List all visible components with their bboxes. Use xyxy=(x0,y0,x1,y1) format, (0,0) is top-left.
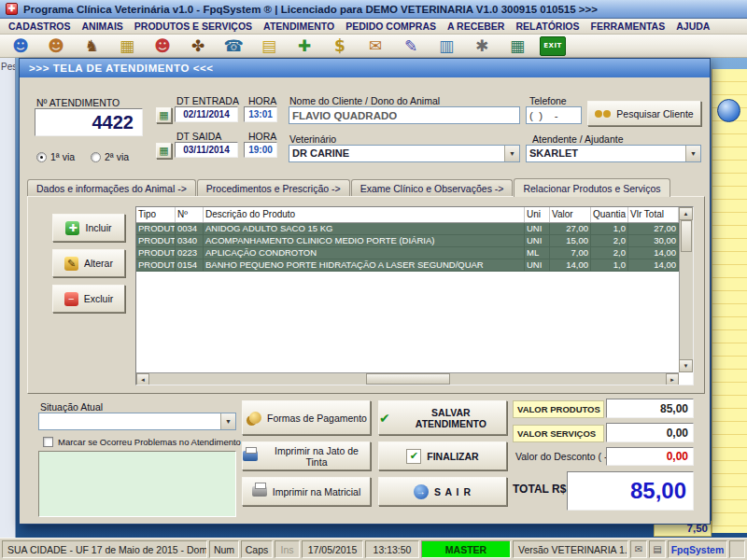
toolbar-fornecedores-button[interactable]: ☻ xyxy=(45,35,67,57)
desconto-value[interactable]: 0,00 xyxy=(606,447,694,466)
status-numlock: Num xyxy=(209,540,239,558)
veterinario-label: Veterinário xyxy=(289,133,336,145)
check-icon: ✔ xyxy=(406,449,421,464)
tab-dados-animal[interactable]: Dados e informações do Animal -> xyxy=(27,179,196,197)
calendar-entrada-button[interactable]: ▦ xyxy=(156,107,172,123)
dialog-titlebar[interactable]: >>> TELA DE ATENDIMENTO <<< xyxy=(20,59,710,77)
calendar-saida-button[interactable]: ▦ xyxy=(156,143,172,159)
alterar-button[interactable]: ✎ Alterar xyxy=(52,249,125,277)
menu-item-ajuda[interactable]: AJUDA xyxy=(670,20,715,33)
scroll-down-icon[interactable]: ▼ xyxy=(679,359,693,372)
grid-horizontal-scrollbar[interactable]: ◄ ► xyxy=(136,372,679,385)
menu-item-atendimento[interactable]: ATENDIMENTO xyxy=(258,20,340,33)
scroll-right-icon[interactable]: ► xyxy=(666,373,679,385)
menu-item-relatorios[interactable]: RELATÓRIOS xyxy=(510,20,585,33)
cell-numero: 0223 xyxy=(176,247,204,259)
status-report-icon[interactable]: ▤ xyxy=(649,540,666,558)
app-logo-icon xyxy=(6,3,18,15)
toolbar-financeiro-button[interactable]: $ xyxy=(329,35,351,57)
valor-servicos-value: 0,00 xyxy=(606,423,694,442)
toolbar-graficos-button[interactable]: ▥ xyxy=(435,35,458,57)
excluir-button[interactable]: − Excluir xyxy=(52,285,125,313)
chevron-down-icon[interactable] xyxy=(685,146,700,161)
observacoes-box[interactable] xyxy=(38,451,236,517)
dt-saida-value[interactable]: 03/11/2014 xyxy=(175,142,238,158)
edit-icon: ✎ xyxy=(64,257,78,271)
imprimir-jato-button[interactable]: Imprimir na Jato de Tinta xyxy=(242,441,371,470)
atendente-select[interactable]: SKARLET xyxy=(526,145,701,162)
via1-radio[interactable] xyxy=(36,152,47,162)
problema-checkbox[interactable] xyxy=(43,437,53,447)
finalizar-button[interactable]: ✔ FINALIZAR xyxy=(378,441,507,470)
col-descricao: Descrição do Produto xyxy=(204,207,525,222)
table-row[interactable]: PRODUTO 0034 ANIDOG ADULTO SACO 15 KG UN… xyxy=(136,223,679,235)
table-row[interactable]: PRODUTO 0154 BANHO PEQUENO PORTE HIDRATA… xyxy=(136,259,679,272)
background-window-edge: Pes xyxy=(0,58,16,538)
incluir-label: Incluir xyxy=(85,222,111,233)
dt-entrada-value[interactable]: 02/11/2014 xyxy=(175,106,238,122)
hora-entrada-value[interactable]: 13:01 xyxy=(244,106,277,122)
scrollbar-thumb[interactable] xyxy=(681,220,692,252)
menu-item-produtos-servicos[interactable]: PRODUTOS E SERVIÇOS xyxy=(129,20,258,33)
tab-exame-clinico[interactable]: Exame Clínico e Observações -> xyxy=(351,179,514,197)
scroll-up-icon[interactable]: ▲ xyxy=(679,207,693,220)
toolbar-produtos-button[interactable]: ▦ xyxy=(116,35,138,57)
toolbar-a-receber-button[interactable]: ✉ xyxy=(364,35,387,57)
status-mail-icon[interactable]: ✉ xyxy=(630,540,647,558)
menu-item-ferramentas[interactable]: FERRAMENTAS xyxy=(585,20,670,33)
chevron-down-icon[interactable] xyxy=(504,146,519,161)
toolbar-calculadora-button[interactable]: ▦ xyxy=(506,35,529,57)
toolbar-pedido-compras-button[interactable]: ✚ xyxy=(293,35,316,57)
toolbar-sair-button[interactable]: EXIT xyxy=(542,35,564,57)
hora-saida-value[interactable]: 19:00 xyxy=(244,142,277,158)
table-row[interactable]: PRODUTO 0223 APLICAÇÃO CONDROTON ML 7,00… xyxy=(136,247,679,259)
toolbar-telefone-button[interactable]: ☎ xyxy=(222,35,245,57)
delete-icon: − xyxy=(64,292,78,306)
problema-checkbox-label: Marcar se Ocorreu Problemas no Atendimen… xyxy=(58,437,241,447)
alterar-label: Alterar xyxy=(84,258,113,269)
arrow-right-icon: → xyxy=(414,484,429,499)
background-round-button[interactable] xyxy=(717,99,740,122)
client-name-input[interactable] xyxy=(289,106,520,124)
cell-tipo: PRODUTO xyxy=(136,259,176,271)
toolbar-ferramentas-button[interactable]: ✱ xyxy=(471,35,493,57)
grid-vertical-scrollbar[interactable]: ▲ ▼ xyxy=(679,207,693,372)
via1-radio-group[interactable]: 1ª via xyxy=(36,151,75,162)
tab-procedimentos[interactable]: Procedimentos e Prescrição -> xyxy=(197,179,350,197)
cell-valor: 27,00 xyxy=(550,223,591,234)
menu-item-a-receber[interactable]: A RECEBER xyxy=(442,20,510,33)
toolbar-animais-button[interactable]: ♞ xyxy=(80,35,103,57)
table-row[interactable]: PRODUTO 0340 ACOMPANHAMENTO CLINICO MEDI… xyxy=(136,235,679,247)
toolbar-atendimento-button[interactable]: ✤ xyxy=(187,35,209,57)
report-icon: ✎ xyxy=(404,38,417,54)
toolbar-agenda-button[interactable]: ▤ xyxy=(258,35,280,57)
sair-button[interactable]: → S A I R xyxy=(378,477,507,506)
veterinario-select[interactable]: DR CARINE xyxy=(289,145,520,162)
situacao-select[interactable] xyxy=(38,413,236,430)
chevron-down-icon[interactable] xyxy=(220,413,235,429)
menu-item-pedido-compras[interactable]: PEDIDO COMPRAS xyxy=(340,20,442,33)
toolbar-grupo-clientes-button[interactable]: ☻ xyxy=(151,35,174,57)
scrollbar-thumb[interactable] xyxy=(366,373,450,385)
tab-produtos-servicos[interactable]: Relacionar Produtos e Serviços xyxy=(514,178,669,197)
imprimir-matricial-button[interactable]: Imprimir na Matricial xyxy=(242,477,371,506)
menu-item-animais[interactable]: ANIMAIS xyxy=(77,20,129,33)
scroll-left-icon[interactable]: ◄ xyxy=(136,373,149,385)
binoculars-icon xyxy=(595,110,602,118)
dt-saida-label: DT SAIDA xyxy=(176,131,221,142)
via2-radio[interactable] xyxy=(91,152,101,162)
problema-checkbox-row[interactable]: Marcar se Ocorreu Problemas no Atendimen… xyxy=(43,437,241,447)
calendar-icon: ▦ xyxy=(159,145,168,157)
pesquisar-cliente-button[interactable]: Pesquisar Cliente xyxy=(587,101,701,126)
incluir-button[interactable]: ✚ Incluir xyxy=(52,214,125,242)
phone-input[interactable] xyxy=(526,106,582,124)
formas-pagamento-button[interactable]: Formas de Pagamento xyxy=(242,400,371,435)
toolbar-clientes-button[interactable]: ☻ xyxy=(9,35,32,57)
cell-descricao: APLICAÇÃO CONDROTON xyxy=(204,247,525,259)
toolbar-relatorios-button[interactable]: ✎ xyxy=(400,35,422,57)
via2-radio-group[interactable]: 2ª via xyxy=(91,151,129,162)
client-name-label: Nome do Cliente / Dono do Animal xyxy=(289,95,440,106)
add-icon: ✚ xyxy=(65,221,79,235)
menu-item-cadastros[interactable]: CADASTROS xyxy=(3,20,77,33)
salvar-atendimento-button[interactable]: ✔ SALVAR ATENDIMENTO xyxy=(378,400,507,435)
